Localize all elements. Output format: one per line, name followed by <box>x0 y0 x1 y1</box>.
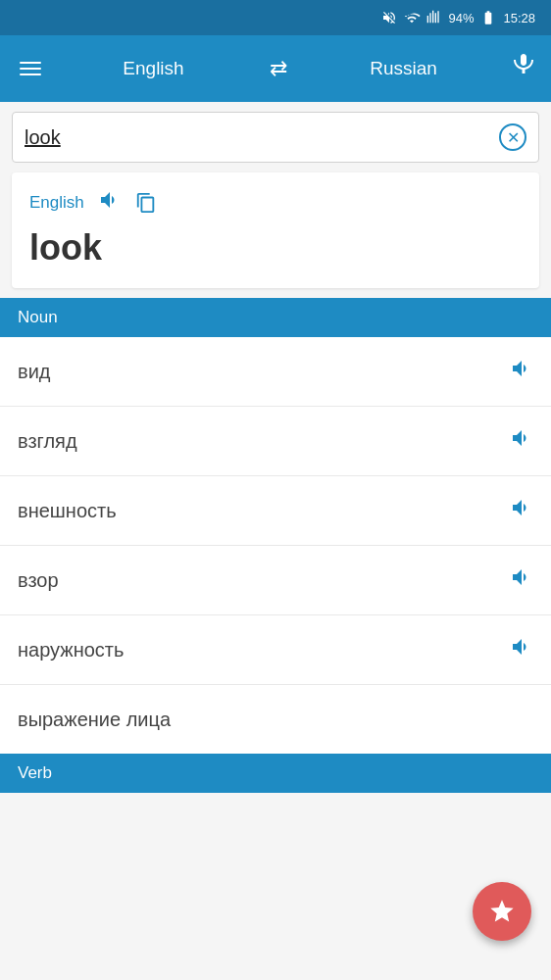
translation-text-1: взгляд <box>18 430 77 453</box>
clear-button[interactable]: ✕ <box>499 123 526 151</box>
mic-button[interactable] <box>512 52 535 85</box>
result-word: look <box>29 227 522 269</box>
source-language[interactable]: English <box>57 58 250 79</box>
translation-item-5: выражение лица <box>0 685 551 754</box>
translation-item-1: взгляд <box>0 407 551 476</box>
speaker-button-4[interactable] <box>510 635 533 664</box>
translation-text-0: вид <box>18 361 50 383</box>
section-header-noun: Noun <box>0 298 551 337</box>
signal-icon <box>426 10 442 25</box>
result-language-label: English <box>29 193 84 213</box>
speaker-button-1[interactable] <box>510 426 533 456</box>
translation-item-3: взор <box>0 546 551 615</box>
search-input[interactable] <box>25 126 499 149</box>
section-header-verb: Verb <box>0 754 551 793</box>
menu-button[interactable] <box>16 58 45 79</box>
target-language[interactable]: Russian <box>307 58 500 79</box>
noun-translation-list: вид взгляд внешность взор на <box>0 337 551 754</box>
translation-item-0: вид <box>0 337 551 407</box>
favorites-fab[interactable] <box>473 882 531 941</box>
translation-text-2: внешность <box>18 500 117 522</box>
translation-text-5: выражение лица <box>18 709 171 731</box>
navbar: English ⇄ Russian <box>0 35 551 102</box>
status-bar: 94% 15:28 <box>0 0 551 35</box>
search-input-wrapper: ✕ <box>12 112 539 163</box>
speaker-button-3[interactable] <box>510 565 533 595</box>
status-icons: 94% 15:28 <box>381 10 535 25</box>
translation-text-3: взор <box>18 569 59 592</box>
mute-icon <box>381 10 397 25</box>
time-text: 15:28 <box>503 11 535 25</box>
speaker-button-2[interactable] <box>510 496 533 525</box>
translation-item-4: наружность <box>0 615 551 685</box>
battery-text: 94% <box>448 11 474 25</box>
swap-language-button[interactable]: ⇄ <box>262 52 295 85</box>
battery-icon <box>479 10 497 25</box>
speaker-button-0[interactable] <box>510 357 533 386</box>
translation-item-2: внешность <box>0 476 551 546</box>
search-bar: ✕ <box>0 102 551 172</box>
copy-button[interactable] <box>135 192 157 214</box>
wifi-icon <box>403 10 421 25</box>
result-card: English look <box>12 172 539 288</box>
translation-text-4: наружность <box>18 639 124 662</box>
result-card-header: English <box>29 188 522 218</box>
result-speaker-button[interactable] <box>98 188 122 218</box>
